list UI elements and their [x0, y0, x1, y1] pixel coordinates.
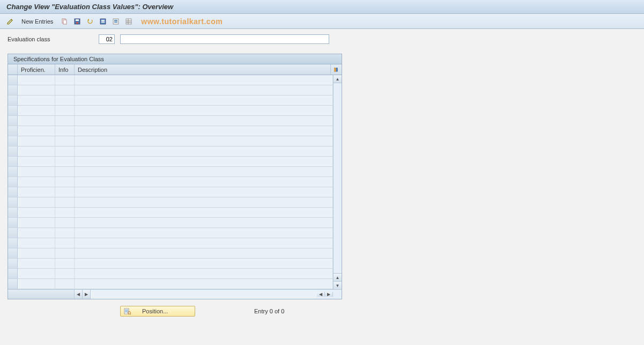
cell-proficien[interactable] [18, 208, 55, 217]
scroll-left-icon[interactable]: ◀ [75, 290, 83, 299]
cell-proficien[interactable] [18, 238, 55, 248]
cell-description[interactable] [75, 177, 333, 187]
new-entries-button[interactable]: New Entries [18, 17, 56, 26]
cell-description[interactable] [75, 228, 333, 238]
cell-info[interactable] [55, 126, 75, 136]
table-row[interactable] [8, 126, 333, 136]
cell-description[interactable] [75, 136, 333, 146]
cell-proficien[interactable] [18, 167, 55, 177]
cell-info[interactable] [55, 208, 75, 217]
row-selector[interactable] [8, 157, 18, 166]
cell-info[interactable] [55, 248, 75, 258]
scroll-down-icon-2[interactable]: ▼ [334, 281, 342, 289]
cell-info[interactable] [55, 136, 75, 146]
row-selector[interactable] [8, 85, 18, 95]
cell-info[interactable] [55, 218, 75, 227]
cell-info[interactable] [55, 106, 75, 115]
scroll-up-icon[interactable]: ▲ [334, 75, 342, 83]
cell-info[interactable] [55, 146, 75, 156]
select-all-icon[interactable] [98, 17, 108, 26]
table-row[interactable] [8, 177, 333, 187]
cell-proficien[interactable] [18, 126, 55, 136]
cell-description[interactable] [75, 106, 333, 115]
row-selector[interactable] [8, 248, 18, 258]
copy-icon[interactable] [60, 17, 69, 26]
cell-info[interactable] [55, 269, 75, 278]
cell-proficien[interactable] [18, 279, 55, 289]
cell-info[interactable] [55, 187, 75, 197]
cell-proficien[interactable] [18, 116, 55, 126]
cell-proficien[interactable] [18, 85, 55, 95]
cell-proficien[interactable] [18, 248, 55, 258]
cell-proficien[interactable] [18, 157, 55, 166]
cell-info[interactable] [55, 238, 75, 248]
table-row[interactable] [8, 75, 333, 85]
cell-proficien[interactable] [18, 177, 55, 187]
cell-proficien[interactable] [18, 96, 55, 105]
undo-icon[interactable] [85, 17, 95, 26]
row-selector[interactable] [8, 75, 18, 85]
cell-proficien[interactable] [18, 146, 55, 156]
scroll-right-end-icon[interactable]: ▶ [325, 292, 333, 297]
col-proficien[interactable]: Proficien. [18, 64, 55, 75]
cell-description[interactable] [75, 218, 333, 227]
cell-info[interactable] [55, 157, 75, 166]
table-row[interactable] [8, 238, 333, 248]
col-info[interactable]: Info [55, 64, 75, 75]
eval-class-desc-input[interactable] [120, 34, 329, 44]
table-row[interactable] [8, 248, 333, 259]
table-row[interactable] [8, 146, 333, 157]
table-row[interactable] [8, 136, 333, 146]
table-row[interactable] [8, 228, 333, 238]
row-selector[interactable] [8, 177, 18, 187]
cell-description[interactable] [75, 208, 333, 217]
cell-description[interactable] [75, 259, 333, 268]
cell-description[interactable] [75, 197, 333, 207]
position-button[interactable]: Position... [120, 306, 195, 317]
cell-proficien[interactable] [18, 106, 55, 115]
cell-info[interactable] [55, 279, 75, 289]
cell-description[interactable] [75, 167, 333, 177]
row-selector[interactable] [8, 96, 18, 105]
cell-proficien[interactable] [18, 259, 55, 268]
cell-info[interactable] [55, 259, 75, 268]
table-row[interactable] [8, 157, 333, 167]
cell-description[interactable] [75, 238, 333, 248]
cell-info[interactable] [55, 116, 75, 126]
table-row[interactable] [8, 96, 333, 106]
cell-info[interactable] [55, 96, 75, 105]
cell-proficien[interactable] [18, 187, 55, 197]
row-selector[interactable] [8, 197, 18, 207]
row-selector[interactable] [8, 259, 18, 268]
cell-info[interactable] [55, 197, 75, 207]
cell-proficien[interactable] [18, 218, 55, 227]
row-selector[interactable] [8, 126, 18, 136]
table-row[interactable] [8, 85, 333, 96]
cell-info[interactable] [55, 85, 75, 95]
cell-description[interactable] [75, 157, 333, 166]
cell-description[interactable] [75, 96, 333, 105]
scroll-down-icon[interactable]: ▲ [334, 273, 342, 281]
row-selector[interactable] [8, 187, 18, 197]
row-selector[interactable] [8, 208, 18, 217]
edit-icon[interactable] [5, 17, 15, 26]
table-row[interactable] [8, 197, 333, 208]
table-row[interactable] [8, 218, 333, 228]
table-row[interactable] [8, 208, 333, 218]
cell-proficien[interactable] [18, 197, 55, 207]
scroll-left-end-icon[interactable]: ◀ [317, 292, 325, 297]
cell-proficien[interactable] [18, 136, 55, 146]
cell-description[interactable] [75, 269, 333, 278]
scroll-right-icon[interactable]: ▶ [83, 290, 91, 299]
row-selector[interactable] [8, 146, 18, 156]
eval-class-input[interactable] [99, 34, 115, 44]
cell-description[interactable] [75, 116, 333, 126]
cell-info[interactable] [55, 228, 75, 238]
row-selector[interactable] [8, 218, 18, 227]
cell-description[interactable] [75, 126, 333, 136]
cell-description[interactable] [75, 187, 333, 197]
col-description[interactable]: Description [75, 64, 331, 75]
cell-proficien[interactable] [18, 269, 55, 278]
table-row[interactable] [8, 106, 333, 116]
vertical-scrollbar[interactable]: ▲ ▲ ▼ [333, 75, 342, 289]
